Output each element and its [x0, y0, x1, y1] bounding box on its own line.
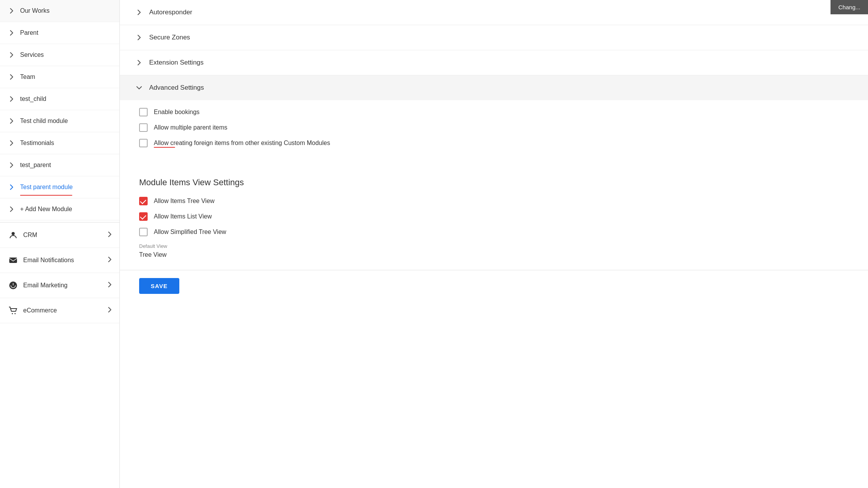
- allow-foreign-items-checkbox[interactable]: [139, 139, 148, 147]
- ecommerce-icon: [8, 305, 19, 316]
- chevron-right-icon: [8, 95, 15, 103]
- sidebar-item-test-parent-module[interactable]: Test parent module: [0, 176, 119, 198]
- default-view-value: Tree View: [139, 251, 849, 258]
- sidebar-item-label: Email Marketing: [23, 282, 68, 289]
- default-view-label: Default View: [139, 243, 849, 249]
- sidebar-item-label: Our Works: [20, 7, 49, 14]
- email-icon: [8, 255, 19, 266]
- section-label: Extension Settings: [149, 59, 204, 67]
- allow-simplified-tree-row: Allow Simplified Tree View: [139, 228, 849, 236]
- sidebar-item-add-new-module[interactable]: + Add New Module: [0, 198, 119, 220]
- chevron-right-icon: [8, 161, 15, 169]
- sidebar-item-test-child-module[interactable]: Test child module: [0, 110, 119, 132]
- change-button[interactable]: Chang...: [831, 0, 868, 14]
- sidebar-item-label: CRM: [23, 232, 37, 239]
- divider: [120, 270, 868, 270]
- sidebar: Our Works Parent Services Team test_chil…: [0, 0, 120, 488]
- sidebar-item-parent[interactable]: Parent: [0, 22, 119, 44]
- enable-bookings-row: Enable bookings: [139, 108, 849, 116]
- chevron-right-icon: [8, 139, 15, 147]
- section-label: Secure Zones: [149, 34, 190, 41]
- advanced-settings-label: Advanced Settings: [149, 84, 204, 92]
- allow-foreign-items-row: Allow creating foreign items from other …: [139, 139, 849, 147]
- sidebar-item-label: eCommerce: [23, 307, 57, 314]
- allow-tree-view-row: Allow Items Tree View: [139, 197, 849, 205]
- sidebar-item-label: test_parent: [20, 162, 51, 169]
- sidebar-item-label: Team: [20, 73, 35, 80]
- chevron-right-icon: [108, 256, 112, 264]
- sidebar-item-label: Email Notifications: [23, 257, 74, 264]
- sidebar-item-test-parent[interactable]: test_parent: [0, 154, 119, 176]
- svg-rect-1: [9, 258, 17, 263]
- sidebar-item-label: test_child: [20, 96, 46, 102]
- chevron-right-icon: [8, 7, 15, 15]
- allow-tree-view-checkbox[interactable]: [139, 197, 148, 205]
- allow-list-view-row: Allow Items List View: [139, 212, 849, 221]
- extension-settings-section[interactable]: Extension Settings: [120, 50, 868, 75]
- allow-multiple-parent-checkbox[interactable]: [139, 123, 148, 132]
- sidebar-item-label: Services: [20, 51, 44, 58]
- allow-foreign-items-label: Allow creating foreign items from other …: [154, 140, 330, 147]
- allow-tree-view-label: Allow Items Tree View: [154, 198, 214, 205]
- enable-bookings-checkbox[interactable]: [139, 108, 148, 116]
- email-marketing-icon: [8, 280, 19, 291]
- save-button[interactable]: SAVE: [139, 278, 179, 294]
- module-items-title: Module Items View Settings: [139, 177, 849, 188]
- allow-list-view-checkbox[interactable]: [139, 212, 148, 221]
- chevron-down-icon: [135, 84, 143, 92]
- sidebar-item-crm[interactable]: CRM: [0, 222, 119, 248]
- chevron-right-icon: [108, 282, 112, 289]
- module-items-view-section: Module Items View Settings Allow Items T…: [120, 166, 868, 270]
- chevron-right-icon: [8, 29, 15, 37]
- chevron-right-icon: [8, 183, 15, 191]
- sidebar-item-label: Parent: [20, 29, 38, 36]
- chevron-right-icon: [108, 231, 112, 239]
- enable-bookings-label: Enable bookings: [154, 109, 199, 116]
- main-content: Autoresponder Secure Zones Extension Set…: [120, 0, 868, 488]
- autoresponder-section[interactable]: Autoresponder: [120, 0, 868, 25]
- chevron-right-icon: [8, 205, 15, 213]
- chevron-right-icon: [135, 9, 143, 16]
- sidebar-item-services[interactable]: Services: [0, 44, 119, 66]
- sidebar-item-email-marketing[interactable]: Email Marketing: [0, 273, 119, 298]
- allow-multiple-parent-row: Allow multiple parent items: [139, 123, 849, 132]
- sidebar-item-label: Test parent module: [20, 184, 73, 191]
- sidebar-item-label: Testimonials: [20, 140, 54, 147]
- sidebar-item-ecommerce[interactable]: eCommerce: [0, 298, 119, 323]
- advanced-settings-content: Enable bookings Allow multiple parent it…: [120, 100, 868, 166]
- allow-simplified-tree-checkbox[interactable]: [139, 228, 148, 236]
- chevron-right-icon: [108, 307, 112, 314]
- sidebar-item-testimonials[interactable]: Testimonials: [0, 132, 119, 154]
- chevron-right-icon: [8, 51, 15, 59]
- chevron-right-icon: [135, 34, 143, 41]
- foreign-items-underline: [154, 147, 175, 148]
- sidebar-item-label: Test child module: [20, 118, 68, 125]
- active-underline: [20, 195, 72, 196]
- chevron-right-icon: [135, 59, 143, 67]
- allow-list-view-label: Allow Items List View: [154, 213, 212, 220]
- sidebar-item-our-works[interactable]: Our Works: [0, 0, 119, 22]
- advanced-settings-section[interactable]: Advanced Settings: [120, 75, 868, 100]
- chevron-right-icon: [8, 73, 15, 81]
- svg-point-3: [12, 313, 13, 314]
- allow-simplified-tree-label: Allow Simplified Tree View: [154, 229, 226, 235]
- sidebar-item-label: + Add New Module: [20, 206, 72, 213]
- section-label: Autoresponder: [149, 9, 192, 16]
- crm-icon: [8, 230, 19, 241]
- secure-zones-section[interactable]: Secure Zones: [120, 25, 868, 50]
- sidebar-item-email-notifications[interactable]: Email Notifications: [0, 248, 119, 273]
- svg-point-4: [15, 313, 16, 314]
- sidebar-item-test-child[interactable]: test_child: [0, 88, 119, 110]
- allow-multiple-parent-label: Allow multiple parent items: [154, 124, 227, 131]
- svg-point-0: [12, 232, 15, 235]
- chevron-right-icon: [8, 117, 15, 125]
- sidebar-item-team[interactable]: Team: [0, 66, 119, 88]
